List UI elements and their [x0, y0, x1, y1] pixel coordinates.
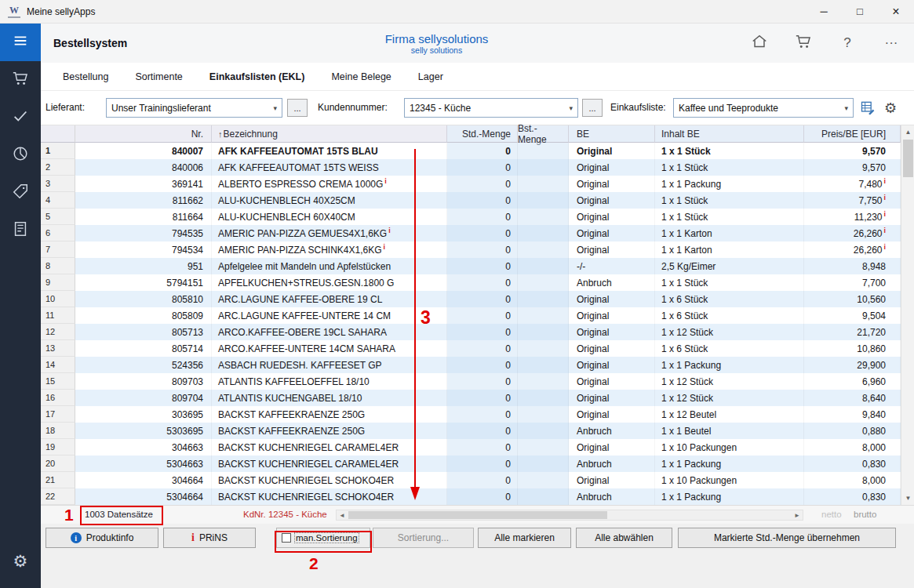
table-row[interactable]: 4 811662 ALU-KUCHENBLECH 40X25CM 0 Origi…: [41, 192, 914, 209]
alle-abwaehlen-button[interactable]: Alle abwählen: [576, 528, 672, 548]
table-row[interactable]: 5 811664 ALU-KUCHENBLECH 60X40CM 0 Origi…: [41, 209, 914, 225]
cell-std-menge[interactable]: 0: [447, 373, 518, 390]
more-options-button[interactable]: ···: [879, 31, 903, 55]
man-sortierung-panel[interactable]: man.Sortierung: [276, 528, 370, 548]
cell-std-menge[interactable]: 0: [447, 307, 518, 324]
table-row[interactable]: 7 794534 AMERIC PAN-PIZZA SCHINK4X1,6KGi…: [41, 241, 914, 258]
sidebar-item-offers[interactable]: [0, 174, 41, 212]
col-bezeichnung[interactable]: ↑ Bezeichnung: [212, 125, 447, 143]
einkaufsliste-select[interactable]: Kaffee und Teeprodukte ▾: [673, 98, 854, 118]
cell-std-menge[interactable]: 0: [447, 472, 518, 488]
table-row[interactable]: 1 840007 AFK KAFFEEAUTOMAT 15TS BLAU 0 O…: [41, 143, 914, 159]
lieferant-more-button[interactable]: ...: [287, 99, 308, 117]
cell-std-menge[interactable]: 0: [447, 390, 518, 406]
tab-lager[interactable]: Lager: [418, 71, 443, 82]
col-bst-menge[interactable]: Bst.-Menge: [518, 125, 569, 143]
table-row[interactable]: 18 5303695 BACKST KAFFEEKRAENZE 250G 0 A…: [41, 423, 914, 439]
tab-sortimente[interactable]: Sortimente: [135, 71, 182, 82]
cell-std-menge[interactable]: 0: [447, 209, 518, 225]
cell-std-menge[interactable]: 0: [447, 406, 518, 423]
table-row[interactable]: 17 303695 BACKST KAFFEEKRAENZE 250G 0 Or…: [41, 406, 914, 423]
cell-std-menge[interactable]: 0: [447, 456, 518, 472]
table-row[interactable]: 13 805714 ARCO.KAFFEE-UNTERE 14CM SAHARA…: [41, 340, 914, 357]
cell-std-menge[interactable]: 0: [447, 192, 518, 209]
table-row[interactable]: 19 304663 BACKST KUCHENRIEGEL CARAMEL4ER…: [41, 439, 914, 456]
lieferant-select[interactable]: Unser Trainingslieferant ▾: [106, 98, 282, 118]
tab-einkaufslisten[interactable]: Einkaufslisten (EKL): [209, 71, 305, 82]
table-row[interactable]: 11 805809 ARC.LAGUNE KAFFEE-UNTERE 14 CM…: [41, 307, 914, 324]
cell-std-menge[interactable]: 0: [447, 291, 518, 307]
vertical-scrollbar[interactable]: ▲ ▼: [901, 125, 914, 505]
table-row[interactable]: 2 840006 AFK KAFFEEAUTOMAT 15TS WEISS 0 …: [41, 159, 914, 176]
cell-std-menge[interactable]: 0: [447, 241, 518, 258]
scroll-down-icon[interactable]: ▼: [901, 492, 914, 505]
kundennummer-more-button[interactable]: ...: [582, 99, 603, 117]
cell-std-menge[interactable]: 0: [447, 357, 518, 373]
horizontal-scroll-thumb[interactable]: [348, 511, 607, 519]
col-std-menge[interactable]: Std.-Menge: [447, 125, 518, 143]
sidebar-item-bestellsystem[interactable]: [0, 61, 41, 99]
sidebar-item-statistics[interactable]: [0, 136, 41, 174]
help-button[interactable]: ?: [836, 31, 859, 55]
cell-inhalt-be: 1 x 6 Stück: [655, 340, 804, 357]
settings-gear-icon[interactable]: ⚙: [0, 543, 41, 580]
table-row[interactable]: 20 5304663 BACKST KUCHENRIEGEL CARAMEL4E…: [41, 456, 914, 472]
table-row[interactable]: 9 5794151 APFELKUCHEN+STREUS.GESN.1800 G…: [41, 274, 914, 291]
cell-std-menge[interactable]: 0: [447, 340, 518, 357]
cell-std-menge[interactable]: 0: [447, 258, 518, 274]
table-row[interactable]: 6 794535 AMERIC PAN-PIZZA GEMUES4X1,6KGi…: [41, 225, 914, 241]
alle-markieren-button[interactable]: Alle markieren: [478, 528, 571, 548]
kundennummer-select[interactable]: 12345 - Küche ▾: [404, 98, 578, 118]
table-row[interactable]: 22 5304664 BACKST KUCHENRIEGEL SCHOKO4ER…: [41, 488, 914, 505]
cell-std-menge[interactable]: 0: [447, 274, 518, 291]
tab-bestellung[interactable]: Bestellung: [63, 71, 108, 82]
table-row[interactable]: 10 805810 ARC.LAGUNE KAFFEE-OBERE 19 CL …: [41, 291, 914, 307]
table-row[interactable]: 8 951 Apfelgelee mit Mandeln und Apfelst…: [41, 258, 914, 274]
table-row[interactable]: 21 304664 BACKST KUCHENRIEGEL SCHOKO4ER …: [41, 472, 914, 488]
row-number: 12: [41, 324, 75, 340]
uebernehmen-button[interactable]: Markierte Std.-Menge übernehmen: [678, 528, 896, 548]
col-be[interactable]: BE: [569, 125, 655, 143]
col-inhalt-be[interactable]: Inhalt BE: [655, 125, 804, 143]
brutto-toggle[interactable]: brutto: [854, 510, 876, 519]
man-sortierung-checkbox[interactable]: [282, 533, 291, 543]
table-row[interactable]: 14 524356 ASBACH RUEDESH. KAFFEESET GP 0…: [41, 357, 914, 373]
sidebar-item-tasks[interactable]: [0, 99, 41, 136]
col-preis[interactable]: Preis/BE [EUR]: [804, 125, 901, 143]
cell-std-menge[interactable]: 0: [447, 225, 518, 241]
col-nr[interactable]: Nr.: [75, 125, 212, 143]
cell-std-menge[interactable]: 0: [447, 439, 518, 456]
scroll-up-icon[interactable]: ▲: [901, 125, 914, 139]
cart-button[interactable]: [792, 31, 815, 55]
cell-std-menge[interactable]: 0: [447, 423, 518, 439]
produktinfo-button[interactable]: i Produktinfo: [46, 528, 158, 548]
cell-inhalt-be: 1 x 1 Stück: [655, 143, 804, 159]
table-row[interactable]: 12 805713 ARCO.KAFFEE-OBERE 19CL SAHARA …: [41, 324, 914, 340]
cell-preis: 21,720: [804, 324, 901, 340]
close-button[interactable]: ×: [878, 0, 914, 24]
cell-std-menge[interactable]: 0: [447, 488, 518, 505]
vertical-scroll-thumb[interactable]: [903, 140, 913, 177]
maximize-button[interactable]: □: [842, 0, 878, 24]
edit-list-button[interactable]: [859, 100, 876, 117]
minimize-button[interactable]: ─: [806, 0, 842, 24]
table-row[interactable]: 16 809704 ATLANTIS KUCHENGABEL 18/10 0 O…: [41, 390, 914, 406]
tab-meine-belege[interactable]: Meine Belege: [331, 71, 391, 82]
horizontal-scrollbar[interactable]: ◄ ►: [336, 510, 803, 521]
cell-nr: 5304664: [75, 488, 212, 505]
scroll-right-icon[interactable]: ►: [792, 510, 803, 520]
table-row[interactable]: 3 369141 ALBERTO ESPRESSO CREMA 1000Gi 0…: [41, 176, 914, 192]
cell-std-menge[interactable]: 0: [447, 159, 518, 176]
table-row[interactable]: 15 809703 ATLANTIS KAFFEELOEFFEL 18/10 0…: [41, 373, 914, 390]
prins-button[interactable]: i PRiNS: [163, 528, 256, 548]
netto-toggle[interactable]: netto: [821, 510, 842, 519]
row-number: 16: [41, 390, 75, 406]
cell-std-menge[interactable]: 0: [447, 176, 518, 192]
menu-button[interactable]: [0, 24, 41, 61]
sidebar-item-catalog[interactable]: [0, 212, 41, 249]
scroll-left-icon[interactable]: ◄: [337, 510, 348, 520]
cell-std-menge[interactable]: 0: [447, 324, 518, 340]
cell-std-menge[interactable]: 0: [447, 143, 518, 159]
home-button[interactable]: [748, 31, 771, 55]
list-settings-button[interactable]: ⚙: [882, 100, 899, 117]
